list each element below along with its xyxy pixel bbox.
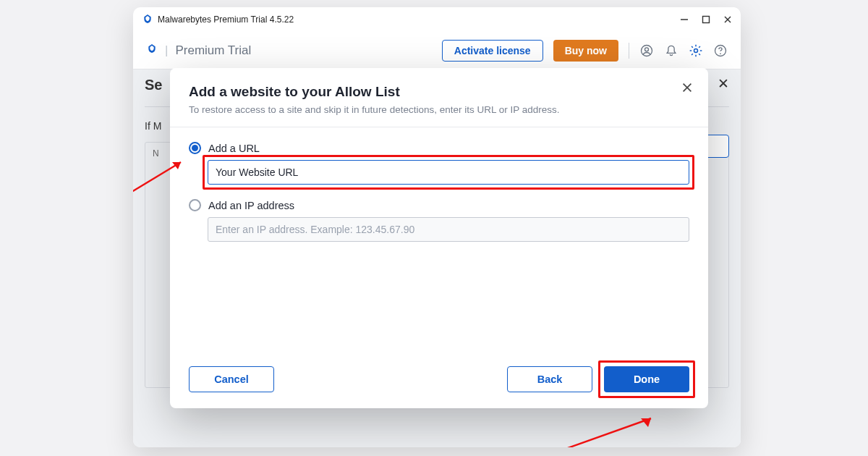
modal-rule xyxy=(170,127,708,127)
svg-point-8 xyxy=(720,53,721,54)
settings-gear-icon[interactable] xyxy=(689,43,703,58)
titlebar: Malwarebytes Premium Trial 4.5.22 xyxy=(133,7,741,32)
option-add-ip[interactable]: Add an IP address xyxy=(189,199,689,211)
option-add-url[interactable]: Add a URL xyxy=(189,142,689,154)
header-separator xyxy=(629,43,629,59)
maximize-button[interactable] xyxy=(702,15,710,24)
url-input[interactable] xyxy=(208,160,689,185)
cancel-button[interactable]: Cancel xyxy=(189,366,274,392)
account-icon[interactable] xyxy=(639,43,654,58)
modal-title: Add a website to your Allow List xyxy=(189,84,689,100)
help-icon[interactable] xyxy=(713,43,728,58)
buy-now-button[interactable]: Buy now xyxy=(553,40,618,62)
page-close-icon[interactable]: ✕ xyxy=(718,77,729,90)
svg-rect-1 xyxy=(703,17,710,23)
modal-close-button[interactable] xyxy=(681,81,695,96)
product-label: Premium Trial xyxy=(175,43,251,58)
notifications-icon[interactable] xyxy=(664,43,678,58)
malwarebytes-logo-icon xyxy=(142,13,153,27)
svg-point-5 xyxy=(645,47,649,51)
svg-point-6 xyxy=(694,48,698,52)
app-window: Malwarebytes Premium Trial 4.5.22 | Prem… xyxy=(133,7,741,447)
malwarebytes-logo-icon xyxy=(146,43,158,58)
table-column-fragment: N xyxy=(153,148,159,159)
option-url-label: Add a URL xyxy=(208,143,260,154)
activate-license-button[interactable]: Activate license xyxy=(442,40,543,62)
option-ip-label: Add an IP address xyxy=(208,200,294,211)
minimize-button[interactable] xyxy=(680,15,689,24)
modal-subtitle: To restore access to a site and skip it … xyxy=(189,104,689,115)
header-divider: | xyxy=(165,43,168,58)
done-button[interactable]: Done xyxy=(604,366,689,392)
back-button[interactable]: Back xyxy=(507,366,592,392)
close-window-button[interactable] xyxy=(723,15,732,24)
add-website-modal: Add a website to your Allow List To rest… xyxy=(170,68,708,408)
radio-ip[interactable] xyxy=(189,199,201,211)
radio-url[interactable] xyxy=(189,142,201,154)
ip-input xyxy=(208,217,689,242)
window-title: Malwarebytes Premium Trial 4.5.22 xyxy=(158,14,294,25)
app-header: | Premium Trial Activate license Buy now xyxy=(133,32,741,69)
